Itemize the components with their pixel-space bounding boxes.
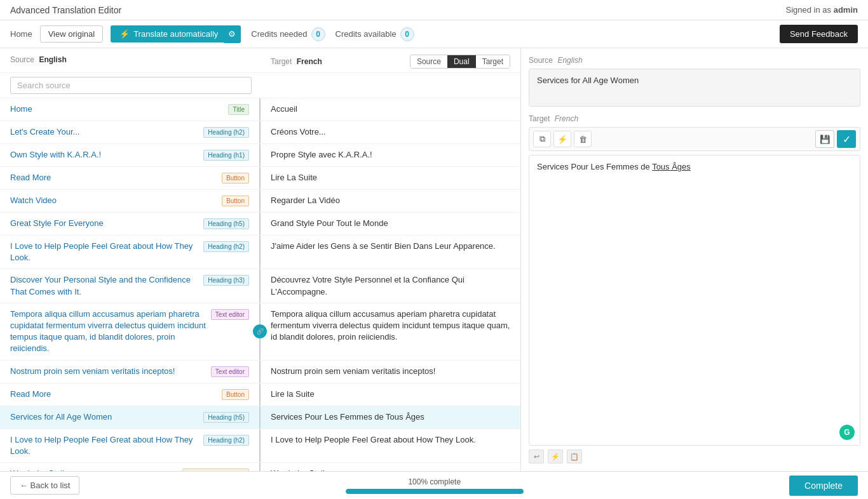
table-row[interactable]: Tempora aliqua cillum accusamus aperiam … — [0, 303, 520, 361]
source-text: Tempora aliqua cillum accusamus aperiam … — [10, 309, 206, 355]
type-badge: Heading (h2) — [203, 241, 249, 252]
confirm-button[interactable]: ✓ — [837, 130, 856, 148]
source-cell: I Love to Help People Feel Great about H… — [0, 236, 261, 269]
grammarly-icon[interactable]: G — [839, 425, 855, 440]
home-link[interactable]: Home — [10, 29, 32, 39]
credits-available: Credits available 0 — [336, 27, 414, 41]
gear-icon: ⚙ — [228, 29, 236, 39]
table-row[interactable]: HomeTitleAccueil — [0, 98, 520, 121]
save-button[interactable]: 💾 — [815, 130, 834, 148]
view-toggle: Source Dual Target — [410, 55, 510, 69]
source-text: Services for All Age Women — [10, 411, 198, 423]
target-cell: 🔗Tempora aliqua cillum accusamus aperiam… — [261, 303, 520, 360]
source-cell: Wardrobe StylingImage Box: Title text — [0, 463, 261, 471]
right-toolbar: ⧉ ⚡ 🗑 💾 ✓ — [529, 127, 860, 151]
source-text: Own Style with K.A.R.A.! — [10, 149, 198, 161]
table-row[interactable]: Read MoreButtonLire la Suite — [0, 383, 520, 406]
source-text: Let's Create Your... — [10, 126, 198, 138]
table-row[interactable]: Watch VideoButtonRegarder La Vidéo — [0, 190, 520, 213]
source-text: Read More — [10, 172, 217, 183]
main-area: Source English Target French Source Dual… — [0, 48, 868, 471]
right-target-label: Target French — [529, 114, 860, 123]
target-cell: J'aime Aider les Gens à se Sentir Bien D… — [261, 236, 520, 269]
source-cell: Nostrum proin sem veniam veritatis incep… — [0, 361, 261, 383]
target-cell: Créons Votre... — [261, 121, 520, 143]
right-target-text-prefix: Services Pour Les Femmes de — [537, 162, 652, 171]
table-row[interactable]: Great Style For EveryoneHeading (h5)Gran… — [0, 213, 520, 236]
type-badge: Text editor — [211, 309, 249, 320]
type-badge: Heading (h5) — [203, 412, 249, 423]
back-to-list-button[interactable]: ← Back to list — [10, 476, 79, 495]
type-badge: Heading (h5) — [203, 218, 249, 229]
top-bar: Advanced Translation Editor Signed in as… — [0, 0, 868, 20]
type-badge: Text editor — [211, 366, 249, 377]
target-text: Tempora aliqua cillum accusamus aperiam … — [271, 309, 510, 343]
source-cell: Own Style with K.A.R.A.!Heading (h1) — [0, 144, 261, 166]
target-text: Services Pour Les Femmes de Tous Âges — [271, 411, 424, 423]
type-badge: Heading (h3) — [203, 275, 249, 286]
source-text: Wardrobe Styling — [10, 468, 177, 471]
credits-section: Credits needed 0 Credits available 0 — [251, 27, 414, 41]
send-feedback-button[interactable]: Send Feedback — [780, 25, 858, 43]
target-cell: Propre Style avec K.A.R.A.! — [261, 144, 520, 166]
table-row[interactable]: Discover Your Personal Style and the Con… — [0, 269, 520, 303]
source-cell: Services for All Age WomenHeading (h5) — [0, 406, 261, 429]
left-panel: Source English Target French Source Dual… — [0, 48, 521, 471]
table-row[interactable]: Services for All Age WomenHeading (h5)Se… — [0, 406, 520, 429]
target-text: Lire la Suite — [271, 389, 315, 400]
progress-label: 100% complete — [408, 477, 461, 486]
table-row[interactable]: I Love to Help People Feel Great about H… — [0, 236, 520, 269]
right-source-label: Source English — [529, 56, 860, 65]
undo-button[interactable]: ↩ — [529, 449, 544, 463]
source-cell: HomeTitle — [0, 98, 261, 121]
target-cell: Grand Style Pour Tout le Monde — [261, 213, 520, 235]
target-text: Découvrez Votre Style Personnel et la Co… — [271, 274, 510, 297]
view-source-btn[interactable]: Source — [410, 55, 447, 68]
source-text: I Love to Help People Feel Great about H… — [10, 434, 198, 457]
translate-btn[interactable]: ⚡ — [548, 449, 563, 463]
target-cell: Wardrobe Styling — [261, 463, 520, 471]
target-text: J'aime Aider les Gens à se Sentir Bien D… — [271, 241, 496, 252]
table-row[interactable]: I Love to Help People Feel Great about H… — [0, 429, 520, 463]
table-row[interactable]: Own Style with K.A.R.A.!Heading (h1)Prop… — [0, 144, 520, 167]
source-cell: Great Style For EveryoneHeading (h5) — [0, 213, 261, 235]
source-text: Home — [10, 103, 223, 115]
translate-auto-button[interactable]: ⚡ Translate automatically — [111, 25, 227, 43]
flash-button[interactable]: ⚡ — [553, 131, 571, 147]
view-target-btn[interactable]: Target — [476, 55, 510, 68]
complete-button[interactable]: Complete — [789, 476, 858, 496]
table-row[interactable]: Wardrobe StylingImage Box: Title textWar… — [0, 463, 520, 471]
table-row[interactable]: Let's Create Your...Heading (h2)Créons V… — [0, 121, 520, 144]
source-text: Great Style For Everyone — [10, 218, 198, 229]
target-cell: Découvrez Votre Style Personnel et la Co… — [261, 269, 520, 302]
search-input[interactable] — [10, 77, 252, 94]
right-panel: Source English Services for All Age Wome… — [521, 48, 868, 471]
right-bottom-toolbar: ↩ ⚡ 📋 — [529, 446, 860, 463]
flash-icon: ⚡ — [119, 29, 130, 39]
credits-needed: Credits needed 0 — [251, 27, 325, 41]
table-row[interactable]: Nostrum proin sem veniam veritatis incep… — [0, 361, 520, 383]
link-icon[interactable]: 🔗 — [253, 324, 267, 338]
source-lang-label: Source English — [10, 55, 67, 64]
source-cell: Read MoreButton — [0, 167, 261, 189]
table-row[interactable]: Read MoreButtonLire La Suite — [0, 167, 520, 190]
type-badge: Heading (h2) — [203, 435, 249, 446]
progress-section: 100% complete — [90, 477, 779, 494]
copy-button[interactable]: ⧉ — [533, 131, 551, 147]
target-lang-label: Target French — [271, 57, 322, 66]
right-target-text-underline: Tous Âges — [652, 162, 691, 171]
source-cell: I Love to Help People Feel Great about H… — [0, 429, 261, 462]
translate-settings-button[interactable]: ⚙ — [223, 25, 241, 43]
view-original-button[interactable]: View original — [40, 25, 103, 43]
target-cell: Regarder La Vidéo — [261, 190, 520, 212]
clear-button[interactable]: 🗑 — [574, 131, 592, 147]
progress-bar-fill — [346, 489, 524, 494]
view-dual-btn[interactable]: Dual — [447, 55, 476, 68]
right-edit-area[interactable]: Services Pour Les Femmes de Tous Âges G — [529, 155, 860, 446]
target-cell: I Love to Help People Feel Great about H… — [261, 429, 520, 462]
target-text: I Love to Help People Feel Great about H… — [271, 434, 476, 446]
target-cell: Lire La Suite — [261, 167, 520, 189]
copy-source-btn[interactable]: 📋 — [567, 449, 582, 463]
target-cell: Services Pour Les Femmes de Tous Âges — [261, 406, 520, 429]
user-info: Signed in as admin — [786, 5, 858, 15]
